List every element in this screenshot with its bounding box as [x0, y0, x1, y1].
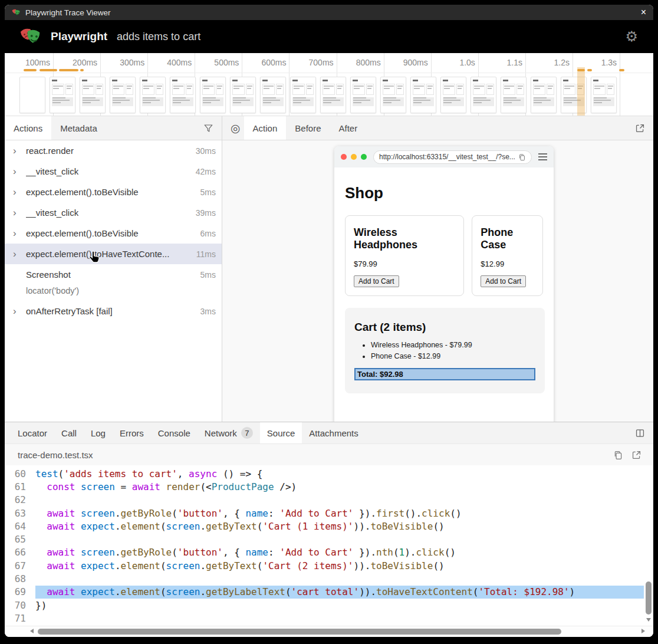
pick-locator-target-icon[interactable]: ◎: [231, 121, 241, 135]
action-label: __vitest_click: [26, 208, 78, 218]
chevron-right-icon: ›: [13, 228, 26, 239]
action-row[interactable]: ›react.render30ms: [5, 140, 222, 161]
cart-card: Cart (2 items) Wireless Headphones - $79…: [345, 308, 545, 393]
tab-action[interactable]: Action: [244, 116, 287, 140]
timeline-thumbnail[interactable]: [140, 77, 166, 113]
source-file-actions: [613, 450, 641, 460]
horizontal-scrollbar-thumb[interactable]: [38, 629, 561, 635]
bottom-tabs-slot: LocatorCallLogErrorsConsoleNetwork7Sourc…: [11, 422, 366, 443]
timeline-thumbnail[interactable]: [80, 77, 106, 113]
timeline-action-mark: [80, 69, 84, 71]
timeline-thumbnail[interactable]: [19, 77, 45, 113]
action-row[interactable]: ›__vitest_click39ms: [5, 202, 222, 223]
timeline-thumbnail[interactable]: [471, 77, 496, 113]
snapshot-body: http://localhost:63315/__vitest_test__/?…: [222, 140, 653, 422]
address-bar[interactable]: http://localhost:63315/__vitest_test__/?…: [373, 150, 532, 164]
tab-console[interactable]: Console: [151, 422, 198, 443]
action-label: react.render: [26, 146, 74, 156]
timeline-action-mark: [40, 69, 57, 71]
tab-errors[interactable]: Errors: [113, 422, 151, 443]
code-text: }): [35, 599, 644, 612]
tab-source[interactable]: Source: [260, 422, 302, 443]
code-text: test('adds items to cart', async () => {: [35, 467, 644, 480]
timeline-thumbnail[interactable]: [591, 77, 617, 113]
action-row[interactable]: ›__vitest_click42ms: [5, 161, 222, 182]
timeline-thumbnail[interactable]: [230, 77, 256, 113]
timeline-filmstrip[interactable]: [19, 77, 617, 113]
scroll-down-arrow-icon[interactable]: [646, 618, 651, 622]
split-columns-icon[interactable]: [635, 428, 645, 438]
copy-url-icon[interactable]: [518, 153, 526, 161]
action-row[interactable]: ›expect.element().toBeVisible5ms: [5, 182, 222, 202]
timeline-thumbnail[interactable]: [290, 77, 316, 113]
open-snapshot-external-icon[interactable]: [635, 123, 645, 133]
timeline-thumbnail[interactable]: [380, 77, 406, 113]
timeline-thumbnail[interactable]: [50, 77, 75, 113]
tab-attachments[interactable]: Attachments: [302, 422, 365, 443]
action-duration: 30ms: [191, 146, 216, 156]
line-number: 60: [5, 468, 26, 479]
open-source-external-icon[interactable]: [631, 450, 641, 460]
timeline-thumbnail[interactable]: [260, 77, 286, 113]
scroll-right-arrow-icon[interactable]: [641, 629, 645, 633]
cart-item: Phone Case - $12.99: [371, 351, 535, 362]
code-line: 68: [5, 572, 653, 585]
timeline-thumbnail[interactable]: [440, 77, 466, 113]
timeline-thumbnail[interactable]: [350, 77, 376, 113]
code-lines: 60test('adds items to cart', async () =>…: [5, 467, 653, 625]
action-row[interactable]: ›expect.element().toHaveTextConte...11ms: [5, 244, 222, 264]
action-row[interactable]: ›onAfterRetryTask [fail]3ms: [5, 301, 222, 321]
app-name: Playwright: [51, 30, 107, 43]
main-split: ActionsMetadata ›react.render30ms›__vite…: [5, 116, 653, 422]
timeline-action-mark: [619, 69, 624, 71]
timeline-thumbnail[interactable]: [531, 77, 557, 113]
vertical-scrollbar-thumb[interactable]: [646, 581, 652, 615]
snapshot-tabs-slot: ActionBeforeAfter: [244, 116, 367, 140]
tab-before[interactable]: Before: [286, 116, 330, 140]
scroll-left-arrow-icon[interactable]: [30, 629, 34, 633]
chevron-right-icon: ›: [13, 166, 26, 178]
product-name: Phone Case: [481, 226, 534, 251]
timeline-thumbnail[interactable]: [410, 77, 436, 113]
bottom-tab-label: Network: [205, 428, 237, 438]
timeline-thumbnail[interactable]: [110, 77, 136, 113]
chevron-right-icon: ›: [13, 207, 26, 219]
timeline-thumbnail[interactable]: [501, 77, 527, 113]
tab-actions[interactable]: Actions: [5, 116, 51, 140]
browser-menu-icon[interactable]: [538, 153, 547, 160]
chevron-right-icon: ›: [13, 145, 26, 157]
tab-call[interactable]: Call: [54, 422, 84, 443]
action-duration: 5ms: [196, 188, 216, 197]
action-label: expect.element().toBeVisible: [26, 228, 139, 238]
line-number: 63: [5, 508, 26, 519]
timeline[interactable]: 100ms200ms300ms400ms500ms600ms700ms800ms…: [5, 53, 653, 116]
horizontal-scrollbar[interactable]: [5, 626, 653, 637]
action-row[interactable]: ›expect.element().toBeVisible6ms: [5, 223, 222, 244]
chevron-right-icon: ›: [13, 186, 26, 198]
add-to-cart-button[interactable]: Add to Cart: [354, 275, 399, 287]
tab-log[interactable]: Log: [84, 422, 113, 443]
source-code[interactable]: 60test('adds items to cart', async () =>…: [5, 465, 653, 626]
timeline-thumbnail[interactable]: [170, 77, 196, 113]
tab-network[interactable]: Network7: [198, 422, 260, 443]
filter-icon[interactable]: [203, 123, 213, 133]
timeline-thumbnail[interactable]: [320, 77, 346, 113]
copy-source-icon[interactable]: [613, 450, 623, 460]
product-name: Wireless Headphones: [354, 226, 455, 251]
actions-panel-tabs: ActionsMetadata: [5, 116, 222, 140]
close-icon[interactable]: ×: [641, 8, 646, 17]
settings-gear-icon[interactable]: ⚙: [625, 29, 638, 44]
line-number: 64: [5, 521, 26, 532]
timeline-thumbnail[interactable]: [200, 77, 226, 113]
action-row[interactable]: Screenshot5ms: [5, 264, 222, 285]
shop-heading: Shop: [345, 184, 543, 202]
code-line: 67 await expect.element(screen.getByText…: [5, 559, 653, 572]
traffic-light-yellow-icon: [351, 154, 357, 160]
add-to-cart-button[interactable]: Add to Cart: [481, 275, 526, 287]
tab-metadata[interactable]: Metadata: [51, 116, 106, 140]
line-number: 65: [5, 534, 26, 545]
tab-locator[interactable]: Locator: [11, 422, 54, 443]
tab-after[interactable]: After: [330, 116, 367, 140]
snapshot-tabs: ◎ ActionBeforeAfter: [222, 116, 653, 140]
window-titlebar: Playwright Trace Viewer ×: [5, 5, 653, 20]
